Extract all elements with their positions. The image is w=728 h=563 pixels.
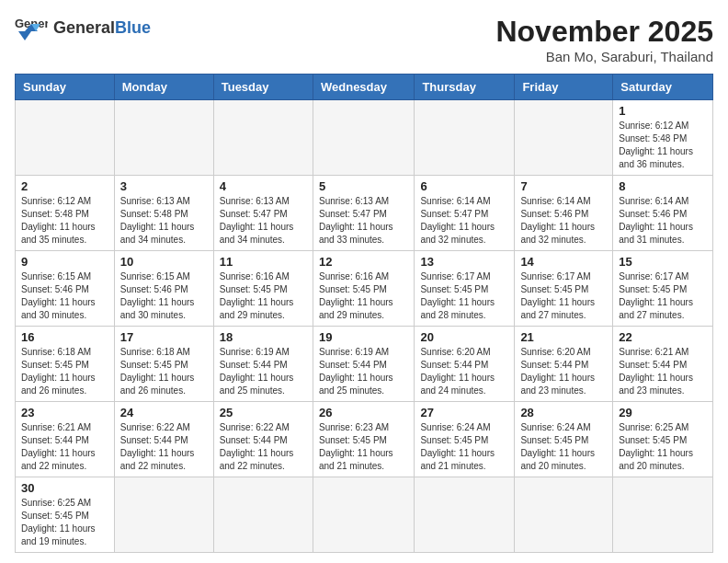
month-title: November 2025 bbox=[495, 15, 713, 49]
calendar-body: 1Sunrise: 6:12 AM Sunset: 5:48 PM Daylig… bbox=[16, 100, 713, 553]
day-info: Sunrise: 6:22 AM Sunset: 5:44 PM Dayligh… bbox=[220, 421, 307, 473]
day-number: 17 bbox=[120, 330, 208, 344]
calendar-cell bbox=[114, 477, 213, 553]
day-number: 26 bbox=[319, 406, 408, 419]
day-number: 12 bbox=[319, 255, 408, 269]
day-info: Sunrise: 6:12 AM Sunset: 5:48 PM Dayligh… bbox=[619, 120, 707, 171]
day-number: 19 bbox=[319, 330, 408, 344]
day-info: Sunrise: 6:25 AM Sunset: 5:45 PM Dayligh… bbox=[21, 497, 108, 548]
weekday-header-monday: Monday bbox=[114, 75, 213, 100]
calendar-week-5: 23Sunrise: 6:21 AM Sunset: 5:44 PM Dayli… bbox=[16, 402, 713, 477]
day-info: Sunrise: 6:21 AM Sunset: 5:44 PM Dayligh… bbox=[21, 421, 108, 473]
weekday-header-tuesday: Tuesday bbox=[213, 75, 313, 100]
calendar-cell bbox=[415, 100, 515, 176]
day-info: Sunrise: 6:17 AM Sunset: 5:45 PM Dayligh… bbox=[619, 270, 707, 322]
calendar-table: SundayMondayTuesdayWednesdayThursdayFrid… bbox=[15, 74, 713, 553]
calendar-week-4: 16Sunrise: 6:18 AM Sunset: 5:45 PM Dayli… bbox=[16, 327, 713, 402]
day-info: Sunrise: 6:14 AM Sunset: 5:46 PM Dayligh… bbox=[619, 195, 707, 247]
calendar-cell bbox=[114, 100, 213, 176]
calendar-week-3: 9Sunrise: 6:15 AM Sunset: 5:46 PM Daylig… bbox=[16, 251, 713, 327]
calendar-cell: 25Sunrise: 6:22 AM Sunset: 5:44 PM Dayli… bbox=[213, 402, 313, 477]
logo-text: GeneralBlue bbox=[53, 18, 151, 38]
calendar-cell: 19Sunrise: 6:19 AM Sunset: 5:44 PM Dayli… bbox=[313, 327, 414, 402]
svg-marker-1 bbox=[18, 31, 31, 40]
calendar-cell: 20Sunrise: 6:20 AM Sunset: 5:44 PM Dayli… bbox=[415, 327, 515, 402]
day-number: 10 bbox=[120, 255, 208, 269]
day-info: Sunrise: 6:24 AM Sunset: 5:45 PM Dayligh… bbox=[520, 421, 607, 473]
weekday-header-thursday: Thursday bbox=[415, 75, 515, 100]
calendar-cell: 10Sunrise: 6:15 AM Sunset: 5:46 PM Dayli… bbox=[114, 251, 213, 327]
calendar-title-area: November 2025 Ban Mo, Saraburi, Thailand bbox=[495, 15, 713, 64]
calendar-cell bbox=[613, 477, 713, 553]
day-number: 2 bbox=[21, 179, 108, 193]
calendar-cell: 26Sunrise: 6:23 AM Sunset: 5:45 PM Dayli… bbox=[313, 402, 414, 477]
day-number: 23 bbox=[21, 406, 108, 419]
calendar-cell: 3Sunrise: 6:13 AM Sunset: 5:48 PM Daylig… bbox=[114, 176, 213, 251]
calendar-header: SundayMondayTuesdayWednesdayThursdayFrid… bbox=[16, 75, 713, 100]
calendar-cell bbox=[213, 477, 313, 553]
calendar-cell: 16Sunrise: 6:18 AM Sunset: 5:45 PM Dayli… bbox=[16, 327, 115, 402]
day-number: 6 bbox=[420, 179, 508, 193]
calendar-week-2: 2Sunrise: 6:12 AM Sunset: 5:48 PM Daylig… bbox=[16, 176, 713, 251]
day-number: 9 bbox=[21, 255, 108, 269]
weekday-header-sunday: Sunday bbox=[16, 75, 115, 100]
calendar-cell: 12Sunrise: 6:16 AM Sunset: 5:45 PM Dayli… bbox=[313, 251, 414, 327]
day-number: 27 bbox=[420, 406, 508, 419]
day-info: Sunrise: 6:16 AM Sunset: 5:45 PM Dayligh… bbox=[319, 270, 408, 322]
calendar-cell: 22Sunrise: 6:21 AM Sunset: 5:44 PM Dayli… bbox=[613, 327, 713, 402]
calendar-cell: 1Sunrise: 6:12 AM Sunset: 5:48 PM Daylig… bbox=[613, 100, 713, 176]
calendar-cell: 4Sunrise: 6:13 AM Sunset: 5:47 PM Daylig… bbox=[213, 176, 313, 251]
weekday-header-friday: Friday bbox=[515, 75, 613, 100]
calendar-cell: 28Sunrise: 6:24 AM Sunset: 5:45 PM Dayli… bbox=[515, 402, 613, 477]
day-info: Sunrise: 6:16 AM Sunset: 5:45 PM Dayligh… bbox=[220, 270, 307, 322]
calendar-cell: 29Sunrise: 6:25 AM Sunset: 5:45 PM Dayli… bbox=[613, 402, 713, 477]
day-number: 29 bbox=[619, 406, 707, 419]
day-info: Sunrise: 6:13 AM Sunset: 5:47 PM Dayligh… bbox=[319, 195, 408, 247]
calendar-cell: 24Sunrise: 6:22 AM Sunset: 5:44 PM Dayli… bbox=[114, 402, 213, 477]
day-number: 4 bbox=[220, 179, 307, 193]
calendar-cell bbox=[313, 100, 414, 176]
calendar-cell: 7Sunrise: 6:14 AM Sunset: 5:46 PM Daylig… bbox=[515, 176, 613, 251]
day-info: Sunrise: 6:14 AM Sunset: 5:47 PM Dayligh… bbox=[420, 195, 508, 247]
day-number: 11 bbox=[220, 255, 307, 269]
day-info: Sunrise: 6:19 AM Sunset: 5:44 PM Dayligh… bbox=[319, 346, 408, 397]
day-info: Sunrise: 6:22 AM Sunset: 5:44 PM Dayligh… bbox=[120, 421, 208, 473]
day-number: 25 bbox=[220, 406, 307, 419]
day-info: Sunrise: 6:20 AM Sunset: 5:44 PM Dayligh… bbox=[520, 346, 607, 397]
page-header: General GeneralBlue November 2025 Ban Mo… bbox=[15, 15, 713, 64]
day-number: 20 bbox=[420, 330, 508, 344]
day-number: 22 bbox=[619, 330, 707, 344]
calendar-cell bbox=[16, 100, 115, 176]
day-info: Sunrise: 6:21 AM Sunset: 5:44 PM Dayligh… bbox=[619, 346, 707, 397]
day-number: 8 bbox=[619, 179, 707, 193]
day-info: Sunrise: 6:17 AM Sunset: 5:45 PM Dayligh… bbox=[520, 270, 607, 322]
calendar-cell: 17Sunrise: 6:18 AM Sunset: 5:45 PM Dayli… bbox=[114, 327, 213, 402]
day-number: 21 bbox=[520, 330, 607, 344]
day-info: Sunrise: 6:18 AM Sunset: 5:45 PM Dayligh… bbox=[120, 346, 208, 397]
day-info: Sunrise: 6:14 AM Sunset: 5:46 PM Dayligh… bbox=[520, 195, 607, 247]
day-number: 13 bbox=[420, 255, 508, 269]
logo: General GeneralBlue bbox=[15, 15, 151, 40]
location-subtitle: Ban Mo, Saraburi, Thailand bbox=[495, 49, 713, 64]
day-number: 15 bbox=[619, 255, 707, 269]
calendar-cell: 11Sunrise: 6:16 AM Sunset: 5:45 PM Dayli… bbox=[213, 251, 313, 327]
day-number: 14 bbox=[520, 255, 607, 269]
day-info: Sunrise: 6:15 AM Sunset: 5:46 PM Dayligh… bbox=[21, 270, 108, 322]
calendar-cell bbox=[313, 477, 414, 553]
day-number: 18 bbox=[220, 330, 307, 344]
calendar-cell: 27Sunrise: 6:24 AM Sunset: 5:45 PM Dayli… bbox=[415, 402, 515, 477]
calendar-cell: 18Sunrise: 6:19 AM Sunset: 5:44 PM Dayli… bbox=[213, 327, 313, 402]
weekday-row: SundayMondayTuesdayWednesdayThursdayFrid… bbox=[16, 75, 713, 100]
calendar-cell: 9Sunrise: 6:15 AM Sunset: 5:46 PM Daylig… bbox=[16, 251, 115, 327]
day-info: Sunrise: 6:20 AM Sunset: 5:44 PM Dayligh… bbox=[420, 346, 508, 397]
day-info: Sunrise: 6:13 AM Sunset: 5:48 PM Dayligh… bbox=[120, 195, 208, 247]
day-info: Sunrise: 6:18 AM Sunset: 5:45 PM Dayligh… bbox=[21, 346, 108, 397]
calendar-week-6: 30Sunrise: 6:25 AM Sunset: 5:45 PM Dayli… bbox=[16, 477, 713, 553]
calendar-cell bbox=[515, 477, 613, 553]
calendar-cell: 23Sunrise: 6:21 AM Sunset: 5:44 PM Dayli… bbox=[16, 402, 115, 477]
day-number: 1 bbox=[619, 104, 707, 118]
calendar-cell: 2Sunrise: 6:12 AM Sunset: 5:48 PM Daylig… bbox=[16, 176, 115, 251]
day-info: Sunrise: 6:17 AM Sunset: 5:45 PM Dayligh… bbox=[420, 270, 508, 322]
generalblue-icon: General bbox=[15, 15, 48, 40]
calendar-cell bbox=[515, 100, 613, 176]
